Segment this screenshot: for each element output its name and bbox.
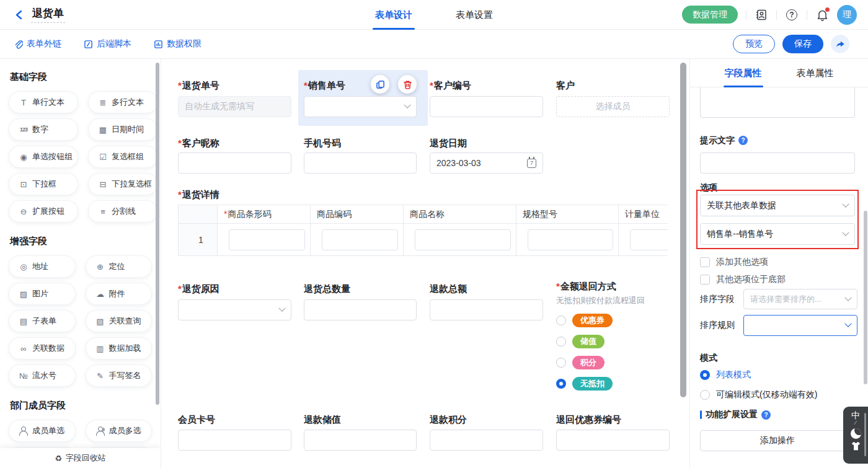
extension-settings-label: 功能扩展设置 <box>700 409 771 420</box>
mode-list-radio[interactable]: 列表模式 <box>700 369 751 381</box>
data-permission-button[interactable]: 数据权限 <box>154 38 202 50</box>
total-amount-input[interactable] <box>430 299 543 320</box>
refund-method-hint: 无抵扣则按付款流程退回 <box>556 295 645 306</box>
data-manage-button[interactable]: 数据管理 <box>682 6 738 24</box>
avatar[interactable]: 理 <box>837 5 857 25</box>
form-toolbar: 表单外链 后端脚本 数据权限 预览 保存 <box>0 30 868 59</box>
copy-field-button[interactable] <box>371 75 389 94</box>
mode-editable-radio[interactable]: 可编辑模式(仅移动端有效) <box>700 389 817 400</box>
nickname-input[interactable] <box>178 152 291 174</box>
language-toggle[interactable]: 中 ⁄ <box>851 411 860 425</box>
sidebar-item-address[interactable]: ◎地址 <box>9 255 76 278</box>
stored-badge: 储值 <box>572 335 604 348</box>
sidebar-item-member-single[interactable]: 成员单选 <box>9 420 76 442</box>
sidebar-item-location[interactable]: ⊕定位 <box>86 255 153 278</box>
refund-option-none[interactable]: 无抵扣 <box>556 377 613 391</box>
notification-bell-icon[interactable] <box>815 8 829 22</box>
sidebar-item-datetime[interactable]: ▦日期时间 <box>88 118 157 141</box>
sidebar-item-single-line-text[interactable]: T单行文本 <box>9 91 78 113</box>
field-label-return-no: 退货单号 <box>178 80 219 92</box>
share-button[interactable] <box>831 35 849 53</box>
sidebar-item-multi-select[interactable]: ⊟下拉复选框 <box>88 173 157 195</box>
sidebar-item-multi-line-text[interactable]: ≣多行文本 <box>88 91 157 113</box>
panel-scrollbar[interactable] <box>864 211 867 384</box>
theme-shirt-icon[interactable] <box>851 441 861 451</box>
dark-mode-toggle-moon-icon[interactable] <box>851 428 861 439</box>
refund-option-stored[interactable]: 储值 <box>556 335 604 348</box>
mobile-input[interactable] <box>304 152 417 174</box>
refund-stored-input[interactable] <box>304 430 417 451</box>
field-recycle-bin[interactable]: ♻ 字段回收站 <box>0 448 161 468</box>
table-header-spec: 规格型号 <box>516 205 619 224</box>
other-option-bottom-checkbox[interactable]: 其他选项位于底部 <box>700 274 786 285</box>
field-label-refund-method: 金额退回方式 <box>556 281 616 293</box>
sidebar-item-radio-group[interactable]: ◉单选按钮组 <box>9 146 78 168</box>
refund-option-coupon[interactable]: 优惠券 <box>556 314 613 327</box>
address-book-icon[interactable] <box>755 8 768 22</box>
return-no-input[interactable]: 自动生成无需填写 <box>178 96 291 117</box>
sidebar-item-member-multi[interactable]: 成员多选 <box>86 420 153 442</box>
checkbox-icon <box>700 275 710 285</box>
sidebar-item-data-load[interactable]: ▥数据加载 <box>86 337 153 360</box>
sidebar-scrollbar[interactable] <box>156 63 159 405</box>
sidebar-item-attachment[interactable]: ☁附件 <box>86 283 153 305</box>
member-card-input[interactable] <box>178 430 291 451</box>
script-icon <box>84 40 93 49</box>
sidebar-item-extend-button[interactable]: ⊖扩展按钮 <box>9 200 78 223</box>
external-link-button[interactable]: 表单外链 <box>14 38 61 50</box>
refund-option-points[interactable]: 积分 <box>556 356 604 369</box>
delete-field-button[interactable] <box>398 75 417 94</box>
sidebar-item-number[interactable]: 123数字 <box>9 118 78 141</box>
sidebar-item-subform[interactable]: ▤子表单 <box>9 310 76 332</box>
back-button[interactable] <box>12 8 26 22</box>
sort-field-select[interactable]: 请选择需要排序的... <box>743 289 857 309</box>
field-name-input-clipped[interactable] <box>700 87 855 118</box>
sidebar-item-divider[interactable]: ≡分割线 <box>88 200 157 223</box>
help-circle-icon[interactable] <box>761 410 771 420</box>
spec-input[interactable] <box>528 229 613 250</box>
help-icon[interactable]: ? <box>785 8 799 22</box>
product-name-input[interactable] <box>415 229 511 250</box>
return-date-picker[interactable]: 2023-03-03 7 <box>430 152 543 174</box>
coupon-no-input[interactable] <box>556 430 670 451</box>
help-circle-icon[interactable] <box>738 136 748 145</box>
field-label-reason: 退货原因 <box>178 283 219 295</box>
unit-input[interactable] <box>630 229 668 250</box>
link-icon <box>14 40 23 49</box>
customer-no-input[interactable] <box>430 96 543 117</box>
backend-script-button[interactable]: 后端脚本 <box>84 38 131 50</box>
tab-form-design[interactable]: 表单设计 <box>375 0 412 30</box>
tab-field-properties[interactable]: 字段属性 <box>725 59 762 87</box>
option-field-select[interactable]: 销售单--销售单号 <box>700 223 855 245</box>
hint-text-input[interactable] <box>700 152 855 174</box>
add-other-option-checkbox[interactable]: 添加其他选项 <box>700 257 768 268</box>
add-action-button[interactable]: 添加操作 <box>700 430 855 451</box>
sidebar-item-related-query[interactable]: ▧关联查询 <box>86 310 153 332</box>
barcode-input[interactable] <box>229 229 305 250</box>
total-qty-input[interactable] <box>304 299 417 320</box>
location-icon: ⊕ <box>94 262 107 272</box>
product-code-input[interactable] <box>322 229 398 250</box>
tab-form-settings[interactable]: 表单设置 <box>456 0 493 30</box>
sidebar-item-related-data[interactable]: ∞关联数据 <box>9 337 76 360</box>
tab-form-properties[interactable]: 表单属性 <box>797 59 834 87</box>
share-arrow-icon <box>835 39 845 49</box>
chevron-down-icon <box>404 102 410 108</box>
sidebar-item-image[interactable]: ▨图片 <box>9 283 76 305</box>
canvas-scrollbar[interactable] <box>680 63 686 397</box>
sidebar-item-select[interactable]: ⊡下拉框 <box>9 173 78 195</box>
save-button[interactable]: 保存 <box>782 35 823 53</box>
field-label-total-qty: 退货总数量 <box>304 283 350 295</box>
subform-icon: ▤ <box>17 317 30 326</box>
refund-points-input[interactable] <box>430 430 543 451</box>
field-label-total-amount: 退款总额 <box>430 283 467 295</box>
option-source-select[interactable]: 关联其他表单数据 <box>700 195 855 216</box>
sales-no-select[interactable] <box>304 96 417 117</box>
sidebar-item-signature[interactable]: ✎手写签名 <box>86 364 153 387</box>
sidebar-item-checkbox-group[interactable]: ☑复选框组 <box>88 146 157 168</box>
preview-button[interactable]: 预览 <box>733 35 775 53</box>
reason-select[interactable] <box>178 299 291 320</box>
sidebar-item-serial-number[interactable]: №流水号 <box>9 364 76 387</box>
customer-member-picker[interactable]: 选择成员 <box>556 96 670 117</box>
sort-rule-select[interactable] <box>743 315 857 336</box>
